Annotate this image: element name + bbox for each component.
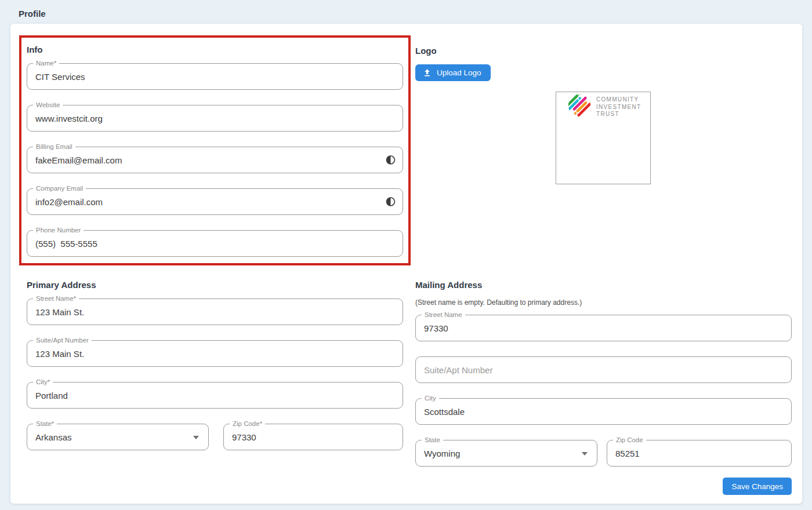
mailing-state-field-wrap: Wyoming State [415, 440, 597, 467]
mailing-street-field-wrap: Street Name [415, 315, 792, 341]
primary-state-zip-row: Arkansas State* Zip Code* [27, 424, 403, 450]
mailing-city-field-wrap: City [415, 398, 792, 425]
company-email-label: Company Email [33, 184, 86, 193]
primary-city-input[interactable] [27, 382, 403, 409]
caret-down-icon [582, 452, 588, 456]
primary-street-field-wrap: Street Name* [27, 298, 403, 325]
caret-down-icon [193, 436, 199, 439]
mailing-state-label: State [422, 435, 443, 445]
primary-street-input[interactable] [27, 298, 403, 325]
upload-logo-button[interactable]: Upload Logo [415, 64, 491, 81]
save-changes-button[interactable]: Save Changes [723, 478, 792, 495]
name-label: Name* [33, 59, 59, 68]
address-row: Primary Address Street Name* Suite/Apt N… [19, 280, 792, 467]
mailing-street-input[interactable] [415, 315, 792, 341]
primary-state-field-wrap: Arkansas State* [27, 424, 209, 450]
primary-street-label: Street Name* [33, 294, 79, 303]
mailing-address-note: (Street name is empty. Defaulting to pri… [415, 298, 792, 307]
primary-state-label: State* [33, 419, 57, 428]
mailing-street-label: Street Name [422, 310, 465, 319]
mailing-city-label: City [422, 394, 439, 403]
primary-zip-label: Zip Code* [230, 419, 265, 428]
community-investment-trust-logo-icon [567, 93, 592, 121]
company-email-field-wrap: Company Email [27, 188, 403, 215]
phone-label: Phone Number [33, 225, 84, 235]
upload-arrow-icon [423, 68, 432, 77]
website-input[interactable] [27, 105, 403, 132]
footer-actions: Save Changes [723, 478, 792, 495]
page-title: Profile [0, 0, 812, 24]
logo-heading: Logo [415, 46, 792, 56]
name-input[interactable] [27, 63, 403, 90]
primary-zip-field-wrap: Zip Code* [223, 424, 403, 450]
phone-field-wrap: Phone Number [27, 230, 403, 257]
primary-city-label: City* [33, 377, 53, 387]
half-filled-circle-icon [386, 197, 396, 207]
billing-email-label: Billing Email [33, 142, 75, 151]
primary-address-section: Primary Address Street Name* Suite/Apt N… [19, 280, 411, 450]
profile-card: Info Name* Website Billing Email [10, 24, 802, 504]
info-section-highlight: Info Name* Website Billing Email [19, 35, 411, 265]
logo-section: Logo Upload Logo [415, 35, 792, 184]
website-field-wrap: Website [27, 105, 403, 132]
primary-suite-field-wrap: Suite/Apt Number [27, 340, 403, 367]
mailing-state-value: Wyoming [424, 449, 460, 458]
primary-suite-label: Suite/Apt Number [33, 336, 92, 345]
mailing-zip-label: Zip Code [613, 435, 646, 445]
primary-state-value: Arkansas [35, 432, 72, 442]
mailing-city-input[interactable] [415, 398, 792, 425]
billing-email-field-wrap: Billing Email [27, 147, 403, 173]
upload-logo-button-label: Upload Logo [437, 68, 481, 77]
website-label: Website [33, 100, 63, 110]
mailing-address-section: Mailing Address (Street name is empty. D… [415, 280, 792, 467]
company-logo-text: COMMUNITY INVESTMENT TRUST [596, 96, 641, 118]
info-heading: Info [27, 45, 403, 55]
top-row: Info Name* Website Billing Email [19, 35, 792, 265]
company-logo-box: COMMUNITY INVESTMENT TRUST [556, 92, 651, 184]
mailing-suite-input[interactable] [415, 356, 792, 383]
mailing-zip-field-wrap: Zip Code [607, 440, 792, 467]
mailing-address-heading: Mailing Address [415, 280, 792, 290]
mailing-state-zip-row: Wyoming State Zip Code [415, 440, 792, 467]
name-field-wrap: Name* [27, 63, 403, 90]
billing-email-input[interactable] [27, 147, 403, 173]
half-filled-circle-icon [386, 155, 396, 165]
primary-address-heading: Primary Address [27, 280, 403, 290]
mailing-suite-field-wrap [415, 356, 792, 383]
primary-city-field-wrap: City* [27, 382, 403, 409]
